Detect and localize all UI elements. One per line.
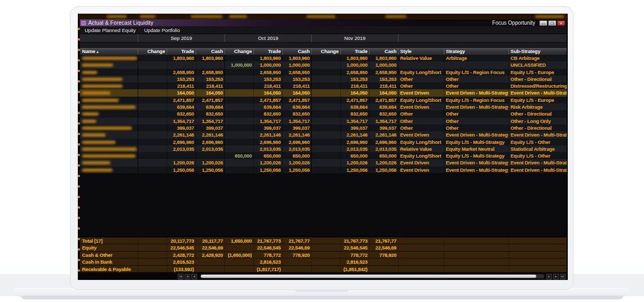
- change-cell: [138, 145, 167, 152]
- style-cell: Other: [398, 118, 444, 124]
- horizontal-scrollbar[interactable]: |◂ ◂ ◂ ▸ ▸ ▸|: [80, 273, 567, 280]
- column-header-cash[interactable]: Cash: [370, 48, 398, 55]
- table-row[interactable]: 1,250,0561,250,0561,250,0561,250,0561,25…: [80, 166, 567, 173]
- style-cell: Event Driven: [398, 131, 444, 138]
- cash-cell: 164,050: [370, 89, 398, 96]
- name-cell: [80, 139, 138, 145]
- name-cell: [80, 61, 138, 68]
- cash-cell: 650,000: [370, 152, 398, 159]
- style-cell: Event Driven: [398, 89, 444, 96]
- summary-value-cell: 22,546,545: [167, 244, 196, 251]
- sub-strategy-cell: Equity L/S - Other: [509, 139, 567, 145]
- table-row[interactable]: 1,354,7171,354,7171,354,7171,354,7171,35…: [80, 118, 567, 124]
- sub-strategy-cell: Risk Arbitrage: [509, 103, 567, 110]
- menu-update-portfolio[interactable]: Update Portfolio: [144, 27, 180, 33]
- minimize-button[interactable]: —: [539, 20, 547, 26]
- close-button[interactable]: ✕: [557, 20, 565, 26]
- scroll-first-icon[interactable]: |◂: [178, 274, 183, 279]
- trade-cell: 639,664: [254, 103, 283, 110]
- name-cell: [80, 159, 138, 166]
- summary-value-cell: [225, 244, 254, 251]
- column-header-sub-strategy[interactable]: Sub-Strategy: [509, 48, 567, 55]
- table-row[interactable]: 650,000650,000650,000650,000650,000Equit…: [80, 152, 567, 159]
- strategy-cell: [444, 61, 509, 68]
- strategy-cell: Equity L/S - Multi-Strategy: [444, 139, 509, 145]
- scroll-next-page-icon[interactable]: ▸: [553, 274, 559, 279]
- summary-filler: [444, 244, 509, 251]
- summary-value-cell: 21,767,77: [283, 237, 312, 244]
- name-cell: [80, 166, 138, 173]
- sub-strategy-cell: Event Driven - Multi-Strategy: [509, 166, 567, 173]
- name-cell: [80, 118, 138, 124]
- table-row[interactable]: 2,696,9602,696,9602,696,9602,696,9602,69…: [80, 139, 567, 145]
- column-header-trade[interactable]: Trade: [341, 48, 370, 55]
- cash-cell: 1,200,026: [283, 159, 312, 166]
- trade-cell: 1,354,717: [167, 118, 196, 124]
- column-header-style[interactable]: Style: [398, 48, 444, 55]
- scrollbar-thumb[interactable]: [201, 275, 536, 278]
- column-header-name[interactable]: Name ▴: [80, 48, 138, 55]
- trade-cell: 1,250,056: [341, 166, 370, 173]
- summary-value-cell: 21,767,77: [370, 237, 398, 244]
- strategy-cell: Event Driven - Multi-Strategy: [444, 159, 509, 166]
- style-cell: Equity Long/Short: [398, 69, 444, 76]
- summary-filler: [398, 266, 444, 273]
- summary-value-cell: [138, 266, 167, 273]
- scroll-right-icon[interactable]: ▸: [546, 274, 552, 279]
- strategy-cell: Other: [444, 82, 509, 89]
- sub-strategy-cell: Distressed/Restructuring: [509, 82, 567, 89]
- group-filler: [398, 34, 567, 42]
- trade-cell: 1,000,000: [254, 61, 283, 68]
- summary-filler: [509, 252, 567, 258]
- table-row[interactable]: 399,037399,037399,037399,037399,037399,0…: [80, 124, 567, 131]
- table-row-selected[interactable]: 164,050164,050164,050164,050164,050164,0…: [80, 89, 567, 96]
- column-header-strategy[interactable]: Strategy: [444, 48, 509, 55]
- summary-value-cell: 22,546,69: [283, 244, 312, 251]
- change-cell: [312, 152, 341, 159]
- column-header-cash[interactable]: Cash: [196, 48, 225, 55]
- table-row[interactable]: 218,411218,411218,411218,411218,411218,4…: [80, 82, 567, 89]
- summary-value-cell: 20,117,77: [196, 237, 225, 244]
- style-cell: Other: [398, 124, 444, 131]
- column-header-change[interactable]: Change: [312, 48, 341, 55]
- cash-cell: [196, 152, 225, 159]
- trade-cell: 399,037: [167, 124, 196, 131]
- table-row[interactable]: 2,013,0352,013,0352,013,0352,013,0352,01…: [80, 145, 567, 152]
- redacted-name: [82, 127, 132, 130]
- scroll-left-icon[interactable]: ◂: [191, 274, 197, 279]
- table-row[interactable]: 832,650832,650832,650832,650832,650832,6…: [80, 110, 567, 117]
- table-row[interactable]: 2,261,1462,261,1462,261,1462,261,1462,26…: [80, 131, 567, 138]
- summary-value-cell: [138, 237, 167, 244]
- table-row[interactable]: 1,000,0001,000,0001,000,0001,000,0001,00…: [80, 61, 567, 68]
- column-header-trade[interactable]: Trade: [254, 48, 283, 55]
- summary-filler: [509, 266, 567, 273]
- scroll-last-icon[interactable]: ▸|: [560, 274, 566, 279]
- group-spacer: [80, 34, 138, 42]
- scroll-prev-page-icon[interactable]: ◂: [185, 274, 190, 279]
- redacted-name: [82, 85, 122, 88]
- scrollbar-track[interactable]: [200, 274, 545, 279]
- summary-value-cell: 21,767,773: [341, 237, 370, 244]
- table-row[interactable]: 1,803,9601,803,9601,803,9601,803,9601,80…: [80, 55, 567, 61]
- column-header-trade[interactable]: Trade: [167, 48, 196, 55]
- column-header-change[interactable]: Change: [225, 48, 254, 55]
- table-row[interactable]: 2,471,8572,471,8572,471,8572,471,8572,47…: [80, 97, 567, 103]
- maximize-button[interactable]: ❐: [548, 20, 556, 26]
- table-row[interactable]: 2,658,9502,658,9502,658,9502,658,9502,65…: [80, 69, 567, 76]
- table-row[interactable]: 1,200,0261,200,0261,200,0261,200,0261,20…: [80, 159, 567, 166]
- change-cell: [225, 118, 254, 124]
- trade-cell: 1,354,717: [254, 118, 283, 124]
- redacted-name: [82, 148, 137, 151]
- cash-cell: 164,050: [283, 89, 312, 96]
- change-cell: [138, 82, 167, 89]
- cash-cell: 1,000,000: [283, 61, 312, 68]
- column-header-cash[interactable]: Cash: [283, 48, 312, 55]
- column-header-change[interactable]: Change: [138, 48, 167, 55]
- change-cell: [138, 118, 167, 124]
- redacted-name: [82, 112, 99, 116]
- menu-update-planned-equity[interactable]: Update Planned Equity: [85, 27, 136, 33]
- table-row[interactable]: 153,253153,253153,253153,253153,253153,2…: [80, 76, 567, 82]
- change-cell: [138, 61, 167, 68]
- table-row[interactable]: 639,664639,664639,664639,664639,664639,6…: [80, 103, 567, 110]
- change-cell: [312, 55, 341, 61]
